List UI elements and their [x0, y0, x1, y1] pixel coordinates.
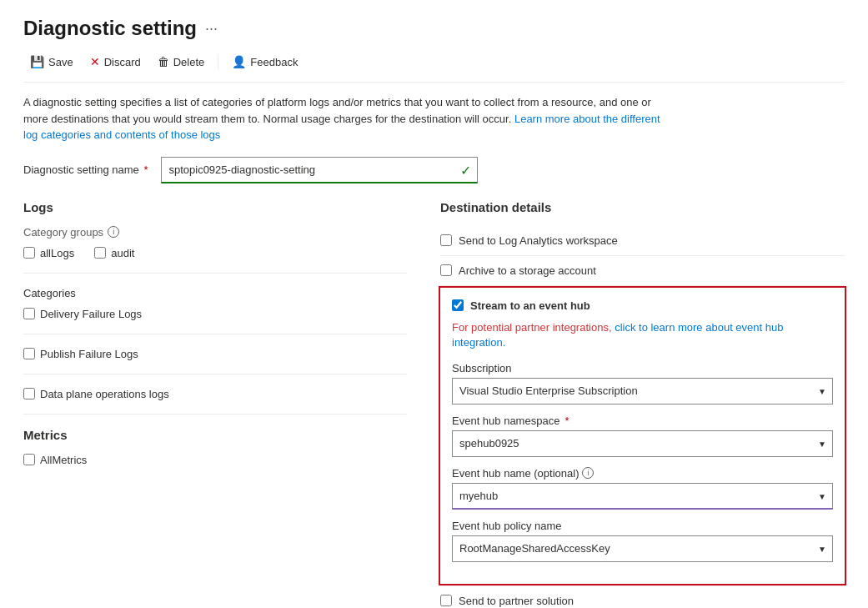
storage-account-checkbox[interactable]: [440, 264, 452, 276]
save-icon: 💾: [30, 55, 44, 68]
feedback-button[interactable]: 👤 Feedback: [225, 52, 304, 72]
allmetrics-checkbox[interactable]: [23, 454, 35, 465]
category-groups-checkboxes: allLogs audit: [23, 247, 407, 259]
subscription-select[interactable]: Visual Studio Enterprise Subscription: [452, 378, 833, 404]
publish-failure-checkbox[interactable]: [23, 348, 35, 359]
storage-account-item[interactable]: Archive to a storage account: [440, 256, 845, 286]
metrics-section-title: Metrics: [23, 428, 407, 442]
categories-label: Categories: [23, 287, 407, 299]
data-plane-checkbox-item[interactable]: Data plane operations logs: [23, 388, 407, 400]
event-hub-namespace-select[interactable]: spehub0925: [452, 430, 833, 457]
event-hub-name-info-icon[interactable]: i: [582, 467, 594, 479]
toolbar: 💾 Save ✕ Discard 🗑 Delete 👤 Feedback: [23, 52, 845, 83]
event-hub-name-label: Event hub name (optional) i: [452, 467, 833, 480]
valid-check-icon: ✓: [460, 162, 471, 178]
event-hub-policy-label: Event hub policy name: [452, 520, 833, 532]
event-hub-description: For potential partner integrations, clic…: [452, 320, 833, 350]
event-hub-name-select[interactable]: myehub: [452, 483, 833, 510]
description-text: A diagnostic setting specifies a list of…: [23, 94, 674, 143]
audit-checkbox[interactable]: [94, 247, 106, 259]
diagnostic-name-input[interactable]: [161, 157, 478, 183]
data-plane-checkbox[interactable]: [23, 388, 35, 399]
event-hub-name-field: Event hub name (optional) i myehub ▼: [452, 467, 833, 510]
log-analytics-checkbox[interactable]: [440, 234, 452, 246]
save-button[interactable]: 💾 Save: [23, 52, 80, 72]
right-panel: Destination details Send to Log Analytic…: [440, 200, 845, 609]
audit-checkbox-item[interactable]: audit: [94, 247, 134, 259]
event-hub-name-select-wrapper: myehub ▼: [452, 483, 833, 510]
more-options-icon[interactable]: ···: [205, 20, 218, 38]
main-layout: Logs Category groups i allLogs audit Cat…: [23, 200, 845, 609]
discard-icon: ✕: [90, 55, 100, 68]
event-hub-section: Stream to an event hub For potential par…: [439, 286, 846, 585]
delete-button[interactable]: 🗑 Delete: [151, 52, 212, 72]
allmetrics-checkbox-item[interactable]: AllMetrics: [23, 454, 407, 466]
delivery-failure-checkbox-item[interactable]: Delivery Failure Logs: [23, 308, 407, 320]
event-hub-policy-field: Event hub policy name RootManageSharedAc…: [452, 520, 833, 562]
event-hub-namespace-field: Event hub namespace * spehub0925 ▼: [452, 415, 833, 457]
diagnostic-name-label: Diagnostic setting name *: [23, 163, 148, 176]
delivery-failure-checkbox[interactable]: [23, 308, 35, 319]
logs-divider: [23, 273, 407, 274]
left-panel: Logs Category groups i allLogs audit Cat…: [23, 200, 407, 609]
subscription-label: Subscription: [452, 362, 833, 374]
toolbar-divider: [218, 54, 218, 69]
event-hub-namespace-select-wrapper: spehub0925 ▼: [452, 430, 833, 457]
event-hub-header: Stream to an event hub: [452, 299, 833, 312]
log-analytics-item[interactable]: Send to Log Analytics workspace: [440, 226, 845, 256]
alllogs-checkbox[interactable]: [23, 247, 35, 259]
discard-button[interactable]: ✕ Discard: [83, 52, 148, 72]
feedback-icon: 👤: [232, 55, 246, 68]
diagnostic-name-row: Diagnostic setting name * ✓: [23, 157, 845, 183]
event-hub-namespace-label: Event hub namespace *: [452, 415, 833, 427]
category-groups-label: Category groups i: [23, 226, 407, 239]
event-hub-checkbox[interactable]: [452, 299, 464, 311]
event-hub-policy-select-wrapper: RootManageSharedAccessKey ▼: [452, 535, 833, 562]
partner-solution-checkbox[interactable]: [440, 595, 452, 606]
logs-section-title: Logs: [23, 200, 407, 214]
delivery-divider: [23, 334, 407, 334]
subscription-field: Subscription Visual Studio Enterprise Su…: [452, 362, 833, 404]
destination-section-title: Destination details: [440, 200, 845, 214]
subscription-select-wrapper: Visual Studio Enterprise Subscription ▼: [452, 378, 833, 404]
page-title: Diagnostic setting: [23, 17, 197, 40]
alllogs-checkbox-item[interactable]: allLogs: [23, 247, 74, 259]
partner-solution-item[interactable]: Send to partner solution: [440, 585, 845, 608]
categories-divider: [23, 414, 407, 415]
category-groups-info-icon[interactable]: i: [108, 226, 119, 238]
delete-icon: 🗑: [158, 55, 169, 68]
publish-failure-checkbox-item[interactable]: Publish Failure Logs: [23, 348, 407, 360]
publish-divider: [23, 374, 407, 374]
event-hub-policy-select[interactable]: RootManageSharedAccessKey: [452, 535, 833, 562]
